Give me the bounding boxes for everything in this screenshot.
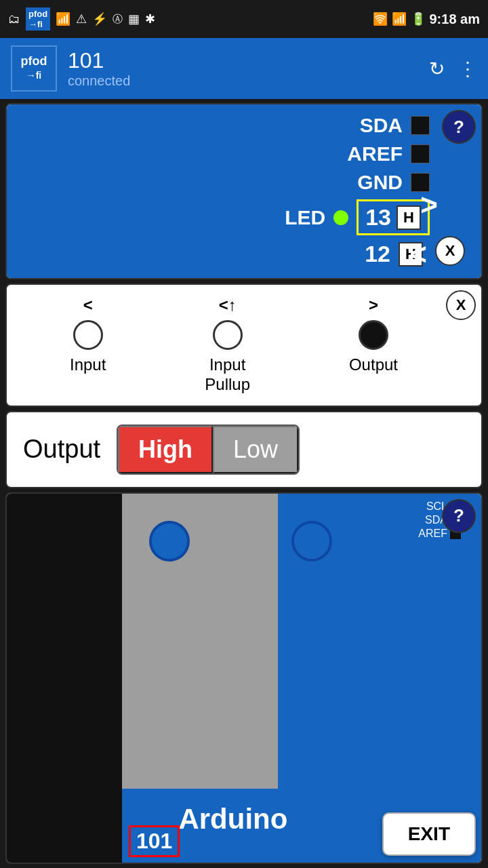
toggle-low-button[interactable]: Low: [213, 426, 298, 473]
exit-button[interactable]: EXIT: [382, 812, 476, 856]
pin-row-sda: SDA: [18, 111, 470, 140]
panel-pin-list: ? SDA AREF GND LED 13: [5, 103, 483, 279]
pfod-icon: pfod→fi: [26, 7, 50, 31]
status-icons-right: 🛜 📶 🔋 9:18 am: [373, 12, 481, 27]
pin-row-aref: AREF: [18, 140, 470, 168]
pin-list-help-button[interactable]: ?: [442, 110, 476, 144]
io-text-input: Input: [70, 355, 106, 375]
output-label: Output: [23, 435, 100, 464]
status-icons-left: 🗂 pfod→fi 📶 ⚠ ⚡ Ⓐ ▦ ✱: [8, 7, 155, 31]
signal-icon: 📶: [392, 12, 407, 26]
io-radio-output[interactable]: [359, 320, 388, 350]
header-title: 101: [68, 48, 418, 73]
io-arrow-input: <: [83, 296, 93, 315]
pin-13-selected-box: 13 H: [357, 199, 430, 235]
lightning-icon: ⚡: [92, 12, 107, 26]
io-options: < Input <↑ InputPullup > Output: [20, 296, 468, 395]
bluetooth-icon: ✱: [145, 12, 155, 26]
pin-label-sda: SDA: [360, 114, 403, 137]
arduino-gray-section: [122, 494, 278, 789]
adblock-icon: Ⓐ: [113, 13, 123, 26]
pin-label-aref: AREF: [347, 142, 403, 165]
high-low-toggle: High Low: [117, 425, 300, 475]
pin-row-12: 12 H < X: [18, 238, 470, 271]
pin-label-gnd: GND: [357, 171, 403, 194]
led-label: LED: [285, 206, 325, 229]
arduino-connector-right: [291, 521, 332, 561]
folder-icon: 🗂: [8, 12, 20, 26]
header-info: 101 connected: [68, 48, 418, 89]
arduino-help-button[interactable]: ?: [442, 499, 476, 533]
refresh-button[interactable]: ↻: [429, 58, 445, 80]
pin-row-led-13: LED 13 H >: [18, 197, 470, 238]
battery-icon: 🔋: [411, 12, 426, 26]
pin-square-sda: [411, 116, 430, 135]
pin-square-aref: [411, 144, 430, 163]
header-subtitle: connected: [68, 73, 418, 89]
io-arrow-output: >: [369, 296, 378, 315]
toggle-high-button[interactable]: High: [118, 426, 213, 473]
pin-13-h-badge: H: [396, 205, 421, 230]
arrow-left-icon[interactable]: <: [409, 237, 427, 271]
wifi-icon: 📶: [56, 12, 70, 26]
arduino-connector-left: [149, 521, 190, 561]
pin-list-blue-section: ? SDA AREF GND LED 13: [7, 104, 481, 278]
panel-arduino: Arduino 101 SCL SDA AREF ?: [5, 492, 483, 864]
io-option-input-pullup[interactable]: <↑ InputPullup: [205, 296, 250, 395]
io-close-button[interactable]: X: [446, 290, 476, 320]
header-actions: ↻ ⋮: [429, 58, 477, 80]
pin-13-number: 13: [365, 204, 391, 231]
arduino-board-id: 101: [129, 825, 180, 857]
io-text-output: Output: [349, 355, 398, 375]
io-radio-pullup[interactable]: [213, 320, 243, 350]
io-option-input[interactable]: < Input: [70, 296, 106, 375]
app-header: pfod→fi 101 connected ↻ ⋮: [0, 38, 488, 99]
pin-row-gnd: GND: [18, 168, 470, 197]
led-dot: [333, 210, 348, 225]
arduino-black-section: [7, 494, 122, 863]
arrow-right-icon[interactable]: >: [420, 188, 438, 222]
menu-button[interactable]: ⋮: [458, 58, 477, 80]
app-logo: pfod→fi: [11, 45, 57, 92]
main-content: ? SDA AREF GND LED 13: [0, 99, 488, 868]
io-option-output[interactable]: > Output: [349, 296, 398, 375]
io-text-pullup: InputPullup: [205, 355, 250, 395]
status-bar: 🗂 pfod→fi 📶 ⚠ ⚡ Ⓐ ▦ ✱ 🛜 📶 🔋 9:18 am: [0, 0, 488, 38]
status-time: 9:18 am: [430, 12, 481, 27]
wifi-strong-icon: 🛜: [373, 12, 388, 26]
pin-list-close-button[interactable]: X: [435, 236, 465, 266]
panel-output: Output High Low: [5, 411, 483, 488]
io-arrow-pullup: <↑: [219, 296, 237, 315]
pin-12-number: 12: [365, 241, 390, 267]
barcode-icon: ▦: [128, 12, 140, 26]
arduino-board-label: Arduino: [178, 803, 287, 835]
panel-io: < Input <↑ InputPullup > Output X: [5, 283, 483, 407]
warning-icon: ⚠: [76, 12, 87, 26]
io-radio-input[interactable]: [73, 320, 103, 350]
arduino-board: Arduino 101 SCL SDA AREF ?: [7, 494, 481, 863]
logo-text: pfod→fi: [21, 55, 47, 82]
